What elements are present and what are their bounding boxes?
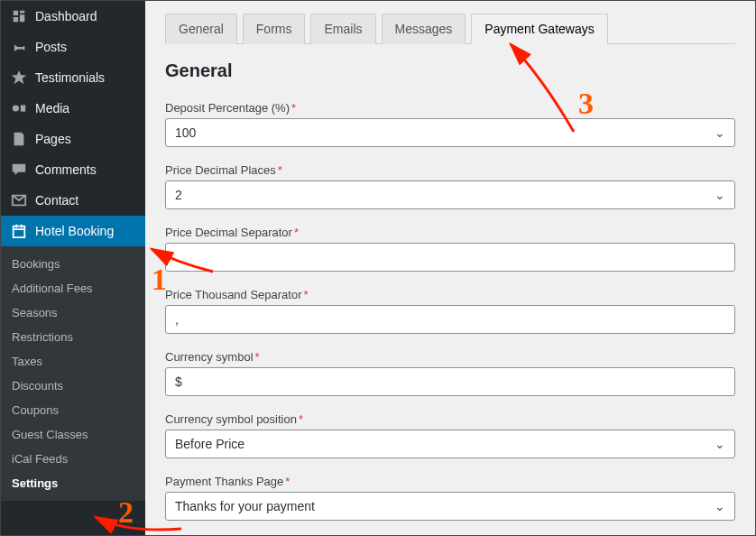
chevron-down-icon: ⌄ <box>715 437 725 451</box>
sub-coupons[interactable]: Coupons <box>1 398 145 422</box>
menu-contact[interactable]: Contact <box>1 185 145 216</box>
sub-taxes[interactable]: Taxes <box>1 349 145 374</box>
media-icon <box>10 100 28 116</box>
deposit-select[interactable]: 100 ⌄ <box>165 118 735 147</box>
section-title: General <box>165 60 735 81</box>
dashboard-icon <box>10 8 28 24</box>
field-thousand-separator: Price Thousand Separator* <box>165 288 735 334</box>
menu-label: Testimonials <box>35 70 105 85</box>
menu-comments[interactable]: Comments <box>1 154 145 185</box>
field-deposit: Deposit Percentage (%)* 100 ⌄ <box>165 101 735 147</box>
submenu-hotel-booking: Bookings Additional Fees Seasons Restric… <box>1 246 145 501</box>
menu-hotel-booking[interactable]: Hotel Booking <box>1 216 145 246</box>
field-label: Price Thousand Separator* <box>165 288 735 301</box>
main-content: General Forms Emails Messages Payment Ga… <box>145 1 755 535</box>
field-label: Currency symbol position* <box>165 412 735 426</box>
menu-label: Media <box>35 101 69 116</box>
sub-settings[interactable]: Settings <box>1 471 145 495</box>
select-value: 100 <box>175 125 196 140</box>
currency-position-select[interactable]: Before Price ⌄ <box>165 430 735 458</box>
select-value: Before Price <box>175 437 244 451</box>
field-label: Currency symbol* <box>165 350 735 364</box>
field-label: Deposit Percentage (%)* <box>165 101 735 115</box>
field-label: Price Decimal Places* <box>165 163 735 177</box>
sub-additional-fees[interactable]: Additional Fees <box>1 276 145 300</box>
pin-icon <box>10 39 28 55</box>
menu-pages[interactable]: Pages <box>1 124 145 154</box>
select-value: Thanks for your payment <box>175 499 315 513</box>
select-value: 2 <box>175 188 182 202</box>
decimal-separator-input[interactable] <box>165 243 735 272</box>
field-currency-symbol: Currency symbol* <box>165 350 735 396</box>
sub-bookings[interactable]: Bookings <box>1 252 145 276</box>
admin-sidebar: Dashboard Posts Testimonials Media Pages… <box>1 1 145 535</box>
comment-icon <box>10 162 28 178</box>
page-icon <box>10 131 28 147</box>
chevron-down-icon: ⌄ <box>715 188 725 202</box>
field-label: Price Decimal Separator* <box>165 226 735 239</box>
menu-label: Contact <box>35 193 78 208</box>
menu-media[interactable]: Media <box>1 93 145 124</box>
tab-messages[interactable]: Messages <box>382 14 466 44</box>
menu-label: Comments <box>35 162 97 177</box>
menu-posts[interactable]: Posts <box>1 32 145 62</box>
menu-label: Pages <box>35 132 71 146</box>
field-decimal-separator: Price Decimal Separator* <box>165 226 735 272</box>
star-icon <box>10 69 28 86</box>
tab-payment-gateways[interactable]: Payment Gateways <box>471 14 607 44</box>
thanks-page-select[interactable]: Thanks for your payment ⌄ <box>165 492 735 521</box>
sub-guest-classes[interactable]: Guest Classes <box>1 422 145 447</box>
menu-testimonials[interactable]: Testimonials <box>1 62 145 93</box>
menu-dashboard[interactable]: Dashboard <box>1 1 145 32</box>
menu-label: Dashboard <box>35 9 97 23</box>
field-currency-position: Currency symbol position* Before Price ⌄ <box>165 412 735 458</box>
sub-discounts[interactable]: Discounts <box>1 374 145 398</box>
chevron-down-icon: ⌄ <box>715 125 725 140</box>
decimals-select[interactable]: 2 ⌄ <box>165 180 735 209</box>
tab-general[interactable]: General <box>165 14 237 44</box>
field-label: Payment Thanks Page* <box>165 475 735 488</box>
svg-point-0 <box>13 105 19 111</box>
field-decimal-places: Price Decimal Places* 2 ⌄ <box>165 163 735 209</box>
field-thanks-page: Payment Thanks Page* Thanks for your pay… <box>165 475 735 521</box>
mail-icon <box>10 192 28 208</box>
currency-symbol-input[interactable] <box>165 367 735 396</box>
thousand-separator-input[interactable] <box>165 305 735 334</box>
calendar-icon <box>10 223 28 239</box>
sub-seasons[interactable]: Seasons <box>1 300 145 325</box>
sub-restrictions[interactable]: Restrictions <box>1 325 145 349</box>
tab-forms[interactable]: Forms <box>243 14 306 44</box>
sub-ical-feeds[interactable]: iCal Feeds <box>1 447 145 471</box>
chevron-down-icon: ⌄ <box>715 499 725 513</box>
settings-tabs: General Forms Emails Messages Payment Ga… <box>165 14 735 44</box>
menu-label: Hotel Booking <box>35 224 114 238</box>
menu-label: Posts <box>35 40 67 54</box>
tab-emails[interactable]: Emails <box>310 14 375 44</box>
